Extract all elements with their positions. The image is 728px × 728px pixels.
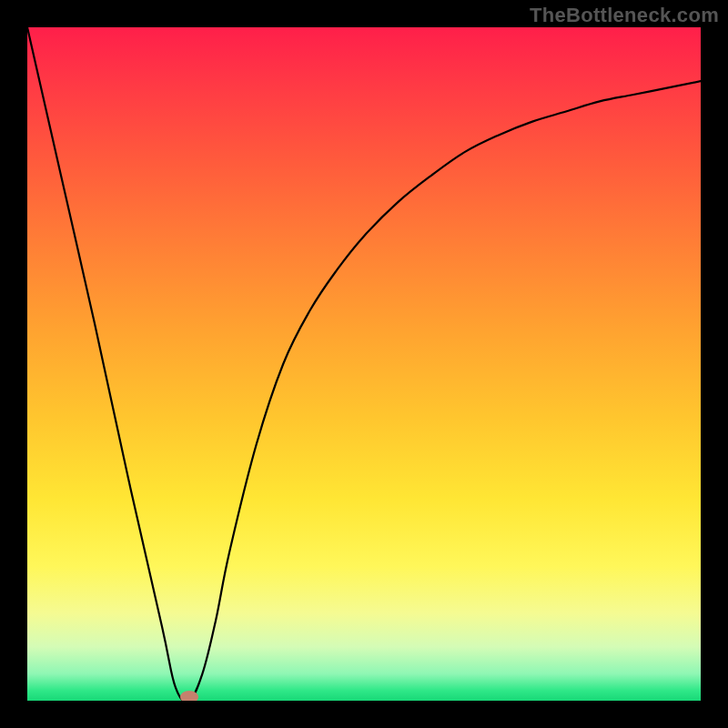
watermark-text: TheBottleneck.com <box>530 4 719 27</box>
plot-area <box>27 27 701 701</box>
chart-frame: TheBottleneck.com <box>0 0 728 728</box>
curve-svg <box>27 27 701 701</box>
bottleneck-curve <box>27 27 701 701</box>
optimum-marker <box>180 691 198 701</box>
